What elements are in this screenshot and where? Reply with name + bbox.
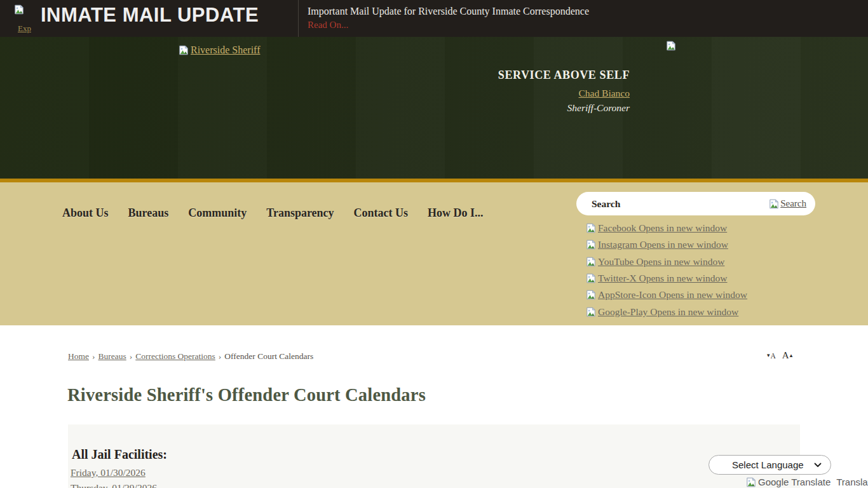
- youtube-link[interactable]: YouTube Opens in new window: [586, 254, 747, 270]
- search-button[interactable]: Search: [769, 198, 806, 209]
- section-heading: All Jail Facilities:: [72, 447, 167, 462]
- header-right-block: SERVICE ABOVE SELF Chad Bianco Sheriff-C…: [363, 69, 630, 114]
- increase-font-button[interactable]: A ▴: [782, 350, 792, 361]
- alert-message-block: Important Mail Update for Riverside Coun…: [299, 0, 589, 37]
- search-broken-image-icon: [769, 199, 779, 209]
- motto-text: SERVICE ABOVE SELF: [363, 69, 630, 82]
- search-box: Search: [576, 192, 815, 215]
- search-button-label: Search: [780, 198, 806, 209]
- twitter-x-link[interactable]: Twitter-X Opens in new window: [586, 270, 747, 287]
- alert-message: Important Mail Update for Riverside Coun…: [308, 6, 589, 17]
- app-store-broken-image-icon: [586, 290, 596, 300]
- instagram-link-label: Instagram Opens in new window: [598, 239, 728, 250]
- google-translate-alt-text: Google Translate: [758, 477, 831, 487]
- breadcrumb: Home›Bureaus›Corrections Operations›Offe…: [68, 351, 313, 362]
- decrease-font-button[interactable]: ▾ A: [767, 352, 776, 360]
- menu-item-contact-us[interactable]: Contact Us: [354, 207, 409, 220]
- inmate-mail-update-banner[interactable]: Exp INMATE MAIL UPDATE: [0, 0, 299, 37]
- facebook-link-label: Facebook Opens in new window: [598, 222, 727, 234]
- language-select[interactable]: Select Language: [709, 455, 831, 475]
- page: Exp INMATE MAIL UPDATE Important Mail Up…: [0, 0, 868, 488]
- youtube-broken-image-icon: [586, 257, 596, 267]
- social-links: Facebook Opens in new window Instagram O…: [586, 220, 747, 320]
- calendar-link-friday[interactable]: Friday, 01/30/2026: [71, 465, 157, 480]
- language-select-value: Select Language: [732, 459, 804, 470]
- google-translate-credit[interactable]: Google Translate Translate: [746, 477, 868, 487]
- facebook-broken-image-icon: [586, 223, 596, 233]
- font-resize-controls: ▾ A A ▴: [767, 350, 792, 361]
- breadcrumb-separator: ›: [130, 351, 133, 361]
- instagram-broken-image-icon: [586, 240, 596, 250]
- twitter-x-broken-image-icon: [586, 273, 596, 283]
- youtube-link-label: YouTube Opens in new window: [598, 256, 724, 268]
- chevron-down-icon: [814, 463, 822, 468]
- sheriff-logo-broken-image-icon: [179, 45, 189, 55]
- menu-item-community[interactable]: Community: [188, 207, 247, 220]
- calendar-link-list: Friday, 01/30/2026 Thursday, 01/29/2026: [71, 465, 157, 488]
- breadcrumb-separator: ›: [219, 351, 222, 361]
- main-menu: About Us Bureaus Community Transparency …: [62, 207, 484, 220]
- google-translate-broken-image-icon: [746, 477, 756, 487]
- breadcrumb-current: Offender Court Calendars: [224, 351, 313, 361]
- translate-widget-label: Translate: [836, 477, 868, 487]
- app-store-link-label: AppStore-Icon Opens in new window: [598, 289, 747, 301]
- instagram-link[interactable]: Instagram Opens in new window: [586, 236, 747, 253]
- alert-bar: Exp INMATE MAIL UPDATE Important Mail Up…: [0, 0, 868, 37]
- menu-item-how-do-i[interactable]: How Do I...: [428, 207, 484, 220]
- google-play-link[interactable]: Google-Play Opens in new window: [586, 303, 747, 320]
- search-input[interactable]: [592, 198, 769, 210]
- sheriff-title-text: Sheriff-Coroner: [363, 102, 630, 114]
- banner-broken-image-icon: [14, 4, 24, 15]
- decrease-font-label: A: [771, 352, 776, 360]
- twitter-x-link-label: Twitter-X Opens in new window: [598, 273, 728, 284]
- sheriff-logo-alt-text: Riverside Sheriff: [191, 44, 260, 56]
- content-card: All Jail Facilities: Friday, 01/30/2026 …: [68, 424, 800, 488]
- google-play-broken-image-icon: [586, 307, 596, 317]
- banner-clipped-alt-text: Exp: [18, 24, 31, 34]
- riverside-sheriff-logo-link[interactable]: Riverside Sheriff: [179, 44, 260, 56]
- breadcrumb-home[interactable]: Home: [68, 351, 89, 361]
- page-title: Riverside Sheriff's Offender Court Calen…: [67, 385, 426, 405]
- menu-item-about-us[interactable]: About Us: [62, 207, 109, 220]
- triangle-up-icon: ▴: [790, 353, 793, 358]
- menu-item-transparency[interactable]: Transparency: [266, 207, 334, 220]
- app-store-link[interactable]: AppStore-Icon Opens in new window: [586, 287, 747, 303]
- breadcrumb-bureaus[interactable]: Bureaus: [98, 351, 126, 361]
- breadcrumb-separator: ›: [92, 351, 95, 361]
- google-play-link-label: Google-Play Opens in new window: [598, 306, 738, 318]
- alert-bar-title: INMATE MAIL UPDATE: [41, 4, 259, 27]
- calendar-link-thursday[interactable]: Thursday, 01/29/2026: [71, 480, 157, 488]
- nav-band: About Us Bureaus Community Transparency …: [0, 182, 868, 325]
- facebook-link[interactable]: Facebook Opens in new window: [586, 220, 747, 236]
- header-broken-image-icon: [666, 41, 676, 51]
- read-on-link[interactable]: Read On...: [308, 20, 348, 30]
- site-header: Riverside Sheriff SERVICE ABOVE SELF Cha…: [0, 37, 868, 179]
- increase-font-label: A: [782, 350, 789, 361]
- breadcrumb-corrections-operations[interactable]: Corrections Operations: [135, 351, 215, 361]
- menu-item-bureaus[interactable]: Bureaus: [128, 207, 169, 220]
- sheriff-name-link[interactable]: Chad Bianco: [579, 88, 630, 99]
- triangle-down-icon: ▾: [767, 353, 770, 358]
